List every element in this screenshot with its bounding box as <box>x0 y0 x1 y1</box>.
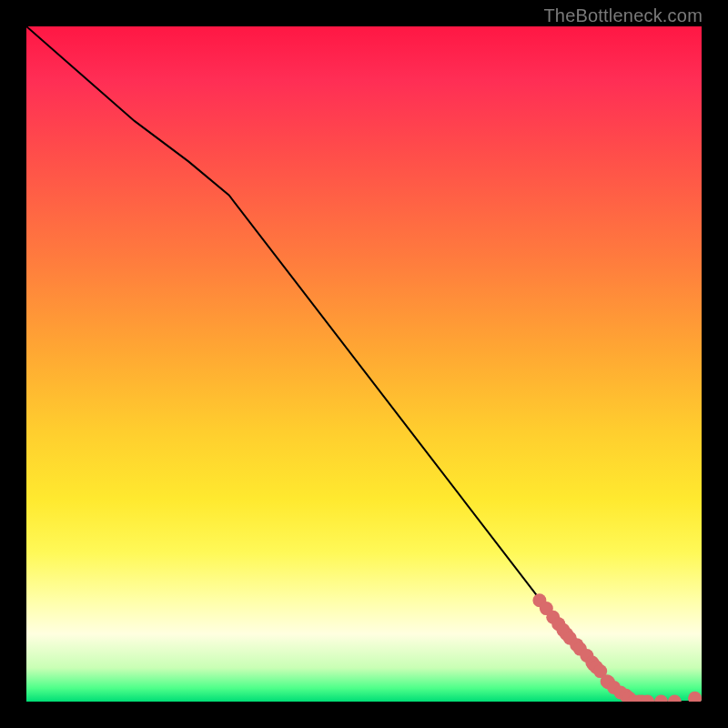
plot-area <box>26 26 702 702</box>
chart-frame: TheBottleneck.com <box>0 0 728 728</box>
attribution-text: TheBottleneck.com <box>543 5 703 26</box>
